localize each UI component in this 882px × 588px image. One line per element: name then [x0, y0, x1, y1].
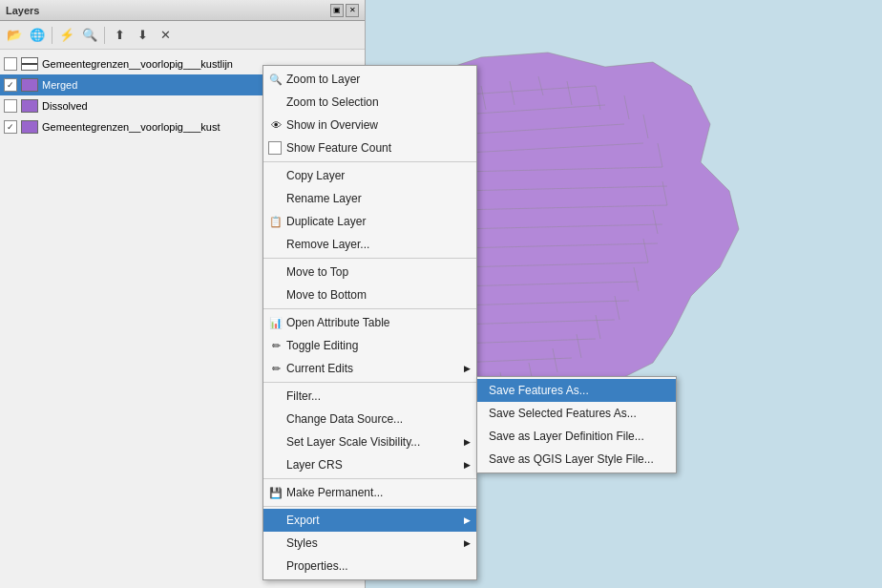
zoom-to-layer-item[interactable]: 🔍 Zoom to Layer [263, 68, 476, 91]
context-menu: 🔍 Zoom to Layer Zoom to Selection 👁 Show… [262, 65, 477, 580]
layer-checkbox[interactable] [4, 99, 17, 113]
filter-label: Filter... [286, 389, 321, 403]
copy-layer-icon [268, 168, 284, 183]
toggle-editing-label: Toggle Editing [286, 339, 358, 352]
menu-separator-3 [263, 308, 476, 309]
export-icon [268, 513, 284, 528]
save-selected-features-as-item[interactable]: Save Selected Features As... [477, 402, 676, 425]
properties-item[interactable]: Properties... [263, 555, 476, 578]
current-edits-label: Current Edits [286, 362, 353, 375]
rename-layer-item[interactable]: Rename Layer [263, 187, 476, 210]
save-features-as-item[interactable]: Save Features As... [477, 379, 676, 402]
layer-type-icon [21, 120, 38, 134]
duplicate-layer-label: Duplicate Layer [286, 215, 366, 228]
move-up-button[interactable]: ⬆ [109, 25, 130, 46]
move-to-bottom-icon [268, 287, 284, 303]
layer-checkbox[interactable] [4, 57, 17, 71]
copy-layer-item[interactable]: Copy Layer [263, 164, 476, 187]
search-button[interactable]: 🔍 [79, 25, 100, 46]
move-to-bottom-label: Move to Bottom [286, 288, 367, 302]
zoom-to-layer-icon: 🔍 [268, 72, 284, 87]
properties-label: Properties... [286, 559, 348, 573]
layer-checkbox[interactable] [4, 78, 17, 92]
move-down-button[interactable]: ⬇ [132, 25, 153, 46]
export-submenu: Save Features As... Save Selected Featur… [476, 376, 677, 473]
make-permanent-label: Make Permanent... [286, 486, 383, 499]
layer-type-icon [21, 99, 38, 113]
zoom-to-selection-label: Zoom to Selection [286, 95, 379, 109]
layer-checkbox[interactable] [4, 120, 17, 134]
properties-icon [268, 558, 284, 574]
move-to-top-icon [268, 264, 284, 280]
save-as-layer-def-item[interactable]: Save as Layer Definition File... [477, 425, 676, 448]
show-in-overview-icon: 👁 [268, 117, 284, 133]
save-features-as-label: Save Features As... [489, 384, 589, 397]
change-data-source-item[interactable]: Change Data Source... [263, 408, 476, 430]
add-wms-button[interactable]: 🌐 [27, 25, 48, 46]
set-layer-scale-item[interactable]: Set Layer Scale Visibility... [263, 430, 476, 453]
make-permanent-icon: 💾 [268, 485, 284, 500]
restore-button[interactable]: ▣ [330, 4, 344, 17]
layer-name: Gemeentegrenzen__voorlopig___kust [42, 121, 220, 133]
current-edits-item[interactable]: ✏ Current Edits [263, 357, 476, 380]
titlebar-buttons: ▣ ✕ [330, 4, 359, 17]
styles-label: Styles [286, 536, 318, 550]
layer-name: Merged [42, 79, 77, 91]
layers-toolbar: 📂 🌐 ⚡ 🔍 ⬆ ⬇ ✕ [0, 21, 365, 50]
change-data-source-icon [268, 411, 284, 427]
show-feature-count-item[interactable]: Show Feature Count [263, 136, 476, 159]
layers-panel-title: Layers [6, 5, 39, 16]
layer-name: Dissolved [42, 100, 88, 112]
duplicate-layer-item[interactable]: 📋 Duplicate Layer [263, 210, 476, 233]
open-attribute-table-item[interactable]: 📊 Open Attribute Table [263, 311, 476, 334]
show-feature-count-label: Show Feature Count [286, 141, 391, 155]
open-layer-button[interactable]: 📂 [4, 25, 25, 46]
menu-separator-4 [263, 382, 476, 383]
set-layer-scale-icon [268, 434, 284, 450]
show-in-overview-item[interactable]: 👁 Show in Overview [263, 114, 476, 136]
change-data-source-label: Change Data Source... [286, 412, 403, 426]
layer-crs-label: Layer CRS [286, 458, 343, 472]
menu-separator-2 [263, 258, 476, 259]
toggle-editing-icon: ✏ [268, 338, 284, 353]
save-as-layer-def-label: Save as Layer Definition File... [489, 430, 644, 443]
show-in-overview-label: Show in Overview [286, 118, 378, 132]
toolbar-sep-2 [104, 27, 105, 44]
copy-layer-label: Copy Layer [286, 169, 345, 182]
remove-layer-label: Remove Layer... [286, 238, 369, 251]
layers-titlebar: Layers ▣ ✕ [0, 0, 365, 21]
layer-crs-icon [268, 457, 284, 472]
export-label: Export [286, 514, 320, 527]
save-as-qgis-style-label: Save as QGIS Layer Style File... [489, 452, 654, 466]
filter-icon [268, 388, 284, 404]
feature-count-checkbox[interactable] [268, 141, 282, 155]
set-layer-scale-label: Set Layer Scale Visibility... [286, 435, 420, 449]
open-attribute-table-label: Open Attribute Table [286, 316, 390, 329]
toggle-editing-item[interactable]: ✏ Toggle Editing [263, 334, 476, 357]
remove-layer-item[interactable]: Remove Layer... [263, 233, 476, 256]
duplicate-layer-icon: 📋 [268, 214, 284, 229]
current-edits-icon: ✏ [268, 361, 284, 376]
styles-icon [268, 536, 284, 551]
filter-item[interactable]: Filter... [263, 385, 476, 408]
layer-name: Gemeentegrenzen__voorlopig___kustlijn [42, 58, 233, 70]
menu-separator-6 [263, 506, 476, 507]
rename-layer-label: Rename Layer [286, 192, 362, 205]
export-item[interactable]: Export [263, 509, 476, 532]
save-as-qgis-style-item[interactable]: Save as QGIS Layer Style File... [477, 448, 676, 471]
move-to-top-item[interactable]: Move to Top [263, 261, 476, 284]
zoom-to-selection-icon [268, 94, 284, 110]
zoom-to-selection-item[interactable]: Zoom to Selection [263, 91, 476, 114]
move-to-bottom-item[interactable]: Move to Bottom [263, 284, 476, 306]
make-permanent-item[interactable]: 💾 Make Permanent... [263, 481, 476, 504]
move-to-top-label: Move to Top [286, 265, 348, 279]
menu-separator-1 [263, 161, 476, 162]
zoom-to-layer-label: Zoom to Layer [286, 73, 360, 86]
close-button[interactable]: ✕ [346, 4, 359, 17]
remove-button[interactable]: ✕ [155, 25, 176, 46]
filter-button[interactable]: ⚡ [56, 25, 77, 46]
styles-item[interactable]: Styles [263, 532, 476, 555]
layer-crs-item[interactable]: Layer CRS [263, 453, 476, 476]
remove-layer-icon [268, 237, 284, 252]
layer-type-icon [21, 57, 38, 71]
